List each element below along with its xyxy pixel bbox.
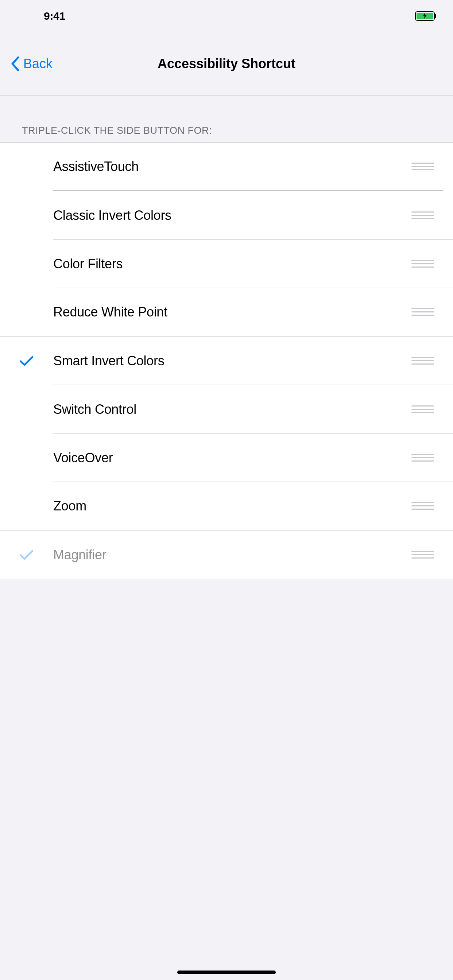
shortcut-list: AssistiveTouch Classic Invert Colors Col… <box>0 142 453 579</box>
row-label: Zoom <box>53 498 86 514</box>
row-label: Classic Invert Colors <box>53 208 171 223</box>
row-content: Smart Invert Colors <box>53 337 443 385</box>
check-column <box>0 337 53 385</box>
drag-handle-icon[interactable] <box>412 450 434 465</box>
checkmark-icon <box>20 355 33 366</box>
drag-handle-icon[interactable] <box>412 402 434 417</box>
check-column <box>0 482 53 530</box>
list-item[interactable]: Zoom <box>0 482 453 530</box>
status-right <box>415 11 435 21</box>
charging-bolt-icon <box>423 13 427 20</box>
drag-handle-icon[interactable] <box>412 547 434 562</box>
drag-handle-icon[interactable] <box>412 208 434 223</box>
row-label: Smart Invert Colors <box>53 353 164 369</box>
list-item[interactable]: Reduce White Point <box>0 288 453 337</box>
nav-bar: Back Accessibility Shortcut <box>0 32 453 96</box>
check-column <box>0 143 53 191</box>
battery-fill <box>416 13 433 19</box>
status-bar: 9:41 <box>0 0 453 32</box>
row-content: Magnifier <box>53 530 443 579</box>
drag-handle-icon[interactable] <box>412 304 434 320</box>
row-label: Magnifier <box>53 547 106 563</box>
list-item[interactable]: VoiceOver <box>0 433 453 482</box>
check-column <box>0 191 53 240</box>
list-item[interactable]: Smart Invert Colors <box>0 337 453 385</box>
section-header: TRIPLE-CLICK THE SIDE BUTTON FOR: <box>0 96 453 142</box>
back-label: Back <box>23 56 53 72</box>
back-button[interactable]: Back <box>11 56 53 72</box>
row-label: Reduce White Point <box>53 304 167 320</box>
nav-title: Accessibility Shortcut <box>11 56 442 72</box>
check-column <box>0 433 53 482</box>
row-label: Color Filters <box>53 256 123 272</box>
check-column <box>0 385 53 433</box>
drag-handle-icon[interactable] <box>412 256 434 271</box>
drag-handle-icon[interactable] <box>412 498 434 513</box>
row-content: VoiceOver <box>53 433 443 482</box>
row-label: VoiceOver <box>53 450 113 466</box>
row-content: AssistiveTouch <box>53 143 443 191</box>
list-item[interactable]: AssistiveTouch <box>0 143 453 191</box>
row-content: Classic Invert Colors <box>53 191 443 240</box>
status-time: 9:41 <box>44 10 65 22</box>
row-label: AssistiveTouch <box>53 159 139 174</box>
row-label: Switch Control <box>53 402 136 417</box>
drag-handle-icon[interactable] <box>412 353 434 368</box>
home-indicator[interactable] <box>177 970 276 974</box>
check-column <box>0 530 53 579</box>
drag-handle-icon[interactable] <box>412 159 434 174</box>
check-column <box>0 240 53 288</box>
row-content: Zoom <box>53 482 443 530</box>
row-content: Switch Control <box>53 385 443 433</box>
row-content: Reduce White Point <box>53 288 443 336</box>
list-item[interactable]: Magnifier <box>0 530 453 579</box>
check-column <box>0 288 53 336</box>
chevron-left-icon <box>11 57 20 71</box>
checkmark-icon <box>20 549 33 560</box>
battery-icon <box>415 11 435 21</box>
list-item[interactable]: Classic Invert Colors <box>0 191 453 240</box>
list-item[interactable]: Color Filters <box>0 240 453 288</box>
row-content: Color Filters <box>53 240 443 288</box>
list-item[interactable]: Switch Control <box>0 385 453 433</box>
